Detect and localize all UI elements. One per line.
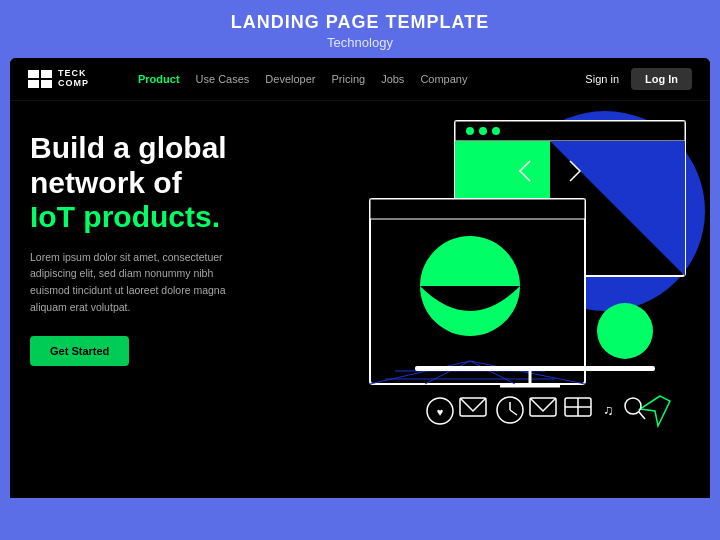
svg-rect-6 bbox=[455, 141, 550, 206]
hero-heading-highlight: IoT products. bbox=[30, 200, 220, 233]
hero-heading-line1: Build a global bbox=[30, 131, 227, 164]
svg-point-3 bbox=[466, 127, 474, 135]
svg-line-32 bbox=[639, 412, 645, 419]
nav-actions: Sign in Log In bbox=[585, 68, 692, 90]
hero-section: Build a global network of IoT products. … bbox=[10, 101, 710, 491]
svg-text:♥: ♥ bbox=[437, 406, 444, 418]
svg-point-31 bbox=[625, 398, 641, 414]
log-in-button[interactable]: Log In bbox=[631, 68, 692, 90]
svg-marker-30 bbox=[640, 396, 670, 426]
top-header: LANDING PAGE TEMPLATE Technology bbox=[0, 0, 720, 58]
svg-line-24 bbox=[510, 410, 517, 415]
svg-text:♫: ♫ bbox=[603, 402, 614, 418]
nav-developer[interactable]: Developer bbox=[265, 73, 315, 85]
hero-description: Lorem ipsum dolor sit amet, consectetuer… bbox=[30, 249, 250, 316]
svg-point-5 bbox=[492, 127, 500, 135]
svg-point-17 bbox=[597, 303, 653, 359]
logo-text: TECK COMP bbox=[58, 69, 89, 89]
svg-rect-25 bbox=[530, 398, 556, 416]
nav-use-cases[interactable]: Use Cases bbox=[196, 73, 250, 85]
svg-rect-9 bbox=[370, 199, 585, 219]
logo-icon bbox=[28, 70, 52, 88]
hero-illustration: ♥ ♫ bbox=[350, 101, 710, 491]
nav-product[interactable]: Product bbox=[138, 73, 180, 85]
navbar: TECK COMP Product Use Cases Developer Pr… bbox=[10, 58, 710, 101]
sign-in-link[interactable]: Sign in bbox=[585, 73, 619, 85]
svg-rect-2 bbox=[455, 121, 685, 141]
page-title: LANDING PAGE TEMPLATE bbox=[0, 12, 720, 33]
nav-jobs[interactable]: Jobs bbox=[381, 73, 404, 85]
svg-rect-18 bbox=[415, 366, 655, 371]
nav-company[interactable]: Company bbox=[420, 73, 467, 85]
get-started-button[interactable]: Get Started bbox=[30, 336, 129, 366]
page-subtitle: Technology bbox=[0, 35, 720, 50]
svg-point-4 bbox=[479, 127, 487, 135]
svg-rect-21 bbox=[460, 398, 486, 416]
nav-links: Product Use Cases Developer Pricing Jobs… bbox=[138, 73, 585, 85]
main-card: TECK COMP Product Use Cases Developer Pr… bbox=[10, 58, 710, 498]
nav-pricing[interactable]: Pricing bbox=[332, 73, 366, 85]
logo: TECK COMP bbox=[28, 69, 118, 89]
hero-heading-line2: network of bbox=[30, 166, 182, 199]
